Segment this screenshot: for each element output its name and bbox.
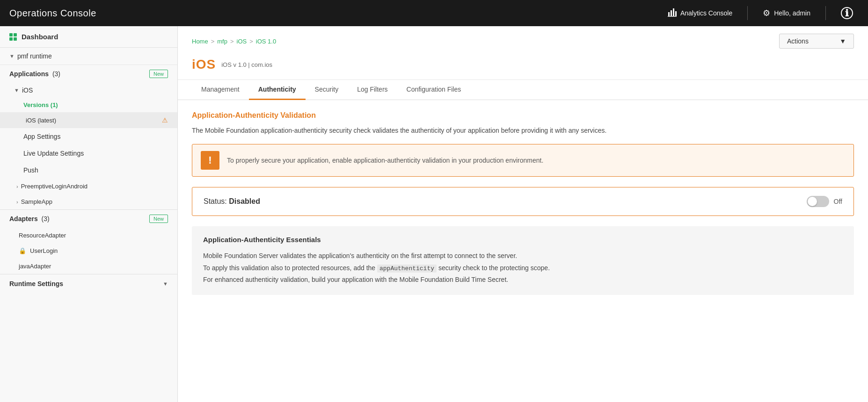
tab-management-label: Management [201, 86, 240, 93]
adapters-label: Adapters [9, 215, 38, 223]
breadcrumb-sep3: > [249, 38, 253, 45]
breadcrumb-nav: Home > mfp > iOS > iOS 1.0 [192, 38, 276, 45]
app-header: iOS iOS v 1.0 | com.ios [178, 53, 868, 80]
lock-icon: 🔒 [19, 247, 26, 254]
app-title: Operations Console [9, 8, 662, 19]
sidebar-item-java-adapter[interactable]: javaAdapter [0, 258, 177, 274]
warning-icon-box: ! [201, 151, 219, 170]
breadcrumb-mfp[interactable]: mfp [217, 38, 227, 45]
essentials-title: Application-Authenticity Essentials [203, 236, 843, 244]
breadcrumb-sep1: > [211, 38, 215, 45]
sidebar-item-applications[interactable]: Applications (3) New [0, 65, 177, 83]
push-label: Push [23, 166, 38, 174]
chevron-right-icon2: › [16, 199, 18, 205]
sidebar-item-adapters[interactable]: Adapters (3) New [0, 209, 177, 228]
chevron-down-icon: ▼ [9, 53, 15, 59]
app-name-title: iOS [192, 57, 216, 72]
versions-label: Versions (1) [23, 101, 58, 108]
live-update-settings-label: Live Update Settings [23, 150, 84, 157]
sidebar-item-sample-app[interactable]: › SampleApp [0, 194, 177, 209]
tab-authenticity-label: Authenticity [258, 86, 296, 93]
sidebar-item-runtime-settings[interactable]: Runtime Settings ▼ [0, 274, 177, 293]
applications-count: (3) [52, 70, 60, 78]
ios-latest-label: iOS (latest) [26, 117, 56, 124]
gear-icon: ⚙ [763, 8, 770, 18]
sidebar: Dashboard ▼ pmf runtime Applications (3)… [0, 26, 178, 402]
status-label: Status: [204, 197, 227, 205]
adapters-count: (3) [42, 215, 50, 223]
content-area: Home > mfp > iOS > iOS 1.0 Actions ▼ iOS… [178, 26, 868, 402]
tab-log-filters[interactable]: Log Filters [348, 80, 397, 100]
toggle-off-label: Off [834, 198, 842, 205]
tabs-bar: Management Authenticity Security Log Fil… [178, 80, 868, 100]
sidebar-item-preemptive-login-android[interactable]: › PreemptiveLoginAndroid [0, 179, 177, 194]
runtime-label: pmf runtime [17, 52, 52, 60]
essentials-text: Mobile Foundation Server validates the a… [203, 250, 843, 286]
sidebar-item-versions[interactable]: Versions (1) [0, 98, 177, 112]
warning-banner-text: To properly secure your application, ena… [227, 157, 543, 164]
info-button[interactable]: ℹ [835, 4, 859, 22]
chevron-down-icon-ios: ▼ [14, 87, 19, 93]
toggle-knob [808, 197, 817, 206]
svg-rect-3 [675, 11, 677, 16]
section-description: The Mobile Foundation application-authen… [192, 125, 854, 136]
essentials-line2-text: To apply this validation also to protect… [203, 264, 375, 272]
essentials-line2: To apply this validation also to protect… [203, 262, 843, 274]
warning-icon: ⚠ [162, 116, 168, 124]
topbar-actions: Analytics Console ⚙ Hello, admin ℹ [662, 4, 859, 22]
preemptive-login-android-label: PreemptiveLoginAndroid [21, 183, 88, 190]
authenticity-toggle[interactable] [807, 196, 829, 207]
status-box: Status: Disabled Off [192, 187, 854, 216]
user-menu-button[interactable]: ⚙ Hello, admin [757, 5, 816, 21]
tab-configuration-files[interactable]: Configuration Files [397, 80, 471, 100]
dashboard-icon [9, 33, 17, 41]
topbar-divider [747, 6, 748, 20]
analytics-console-button[interactable]: Analytics Console [662, 5, 738, 22]
tab-authenticity[interactable]: Authenticity [249, 80, 306, 100]
sidebar-item-ios-parent[interactable]: ▼ iOS [0, 83, 177, 98]
breadcrumb: Home > mfp > iOS > iOS 1.0 Actions ▼ [178, 26, 868, 53]
breadcrumb-sep2: > [230, 38, 234, 45]
essentials-box: Application-Authenticity Essentials Mobi… [192, 226, 854, 295]
svg-rect-2 [673, 8, 674, 16]
java-adapter-label: javaAdapter [19, 263, 51, 270]
tab-configuration-files-label: Configuration Files [407, 86, 461, 93]
tab-security[interactable]: Security [306, 80, 348, 100]
sidebar-item-resource-adapter[interactable]: ResourceAdapter [0, 228, 177, 243]
tab-management[interactable]: Management [192, 80, 249, 100]
analytics-icon [667, 7, 677, 19]
analytics-console-label: Analytics Console [680, 9, 732, 17]
resource-adapter-label: ResourceAdapter [19, 232, 66, 239]
runtime-settings-label: Runtime Settings [9, 280, 63, 287]
sidebar-item-push[interactable]: Push [0, 162, 177, 179]
actions-button[interactable]: Actions ▼ [779, 34, 854, 49]
essentials-line1: Mobile Foundation Server validates the a… [203, 250, 843, 262]
breadcrumb-current: iOS 1.0 [256, 38, 276, 45]
adapters-new-badge: New [149, 215, 168, 223]
sidebar-item-ios-latest[interactable]: iOS (latest) ⚠ [0, 112, 177, 128]
chevron-down-icon-runtime: ▼ [163, 281, 168, 287]
essentials-line3: For enhanced authenticity validation, bu… [203, 274, 843, 286]
warning-exclamation-icon: ! [208, 154, 212, 166]
chevron-right-icon: › [16, 184, 18, 189]
user-login-label: UserLogin [30, 247, 58, 254]
user-label: Hello, admin [774, 9, 810, 17]
essentials-code: appAuthenticity [377, 265, 437, 273]
breadcrumb-ios[interactable]: iOS [237, 38, 247, 45]
breadcrumb-home[interactable]: Home [192, 38, 208, 45]
status-text: Status: Disabled [204, 197, 260, 206]
app-meta: iOS v 1.0 | com.ios [221, 61, 272, 68]
app-settings-label: App Settings [23, 133, 60, 140]
sidebar-item-app-settings[interactable]: App Settings [0, 128, 177, 145]
essentials-line2-end: security check to the protecting scope. [438, 264, 550, 272]
sidebar-item-user-login[interactable]: 🔒 UserLogin [0, 243, 177, 258]
tab-security-label: Security [315, 86, 339, 93]
ios-label: iOS [22, 86, 33, 94]
svg-rect-0 [668, 12, 670, 16]
section-title: Application-Authenticity Validation [192, 111, 854, 120]
sidebar-item-live-update-settings[interactable]: Live Update Settings [0, 145, 177, 162]
info-icon: ℹ [841, 7, 853, 19]
sidebar-item-runtime[interactable]: ▼ pmf runtime [0, 48, 177, 65]
content-body: Application-Authenticity Validation The … [178, 100, 868, 306]
sidebar-item-dashboard[interactable]: Dashboard [0, 26, 177, 48]
